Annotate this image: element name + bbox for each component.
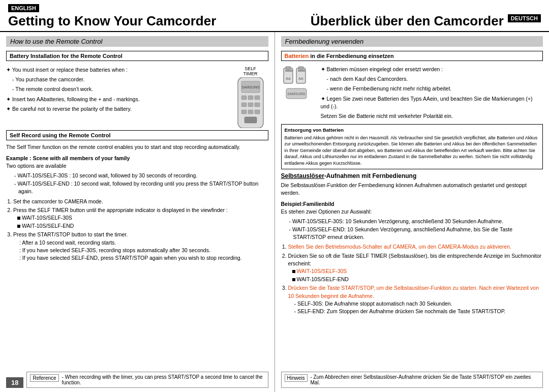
english-title: Getting to Know Your Camcorder xyxy=(8,13,267,29)
battery-bullet-3: - The remote control doesn't work. xyxy=(6,85,229,93)
de-option-2: - WAIT-10S/SELF-END: 10 Sekunden Verzöge… xyxy=(285,226,543,240)
german-title: Überblick über den Camcorder xyxy=(311,13,504,29)
beispiel-intro: Es stehen zwei Optionen zur Auswahl: xyxy=(281,208,543,216)
svg-text:SAMSUNG: SAMSUNG xyxy=(287,92,305,96)
step-3: Press the START/STOP button to start the… xyxy=(13,231,268,262)
step3-note-2: : If you have selected SELF-30S, recordi… xyxy=(13,247,268,254)
battery-suffix: in die Fernbedienung einsetzen xyxy=(309,53,393,59)
svg-text:AA: AA xyxy=(286,77,291,80)
de-step3-note-2: - SELF-END: Zum Stoppen der Aufnahme drü… xyxy=(288,308,543,315)
de-battery-area: AA AA SAMSUNG Batterien müssen eingelegt… xyxy=(281,66,543,122)
main-content: How to use the Remote Control Battery In… xyxy=(0,32,549,392)
page-number: 18 xyxy=(6,377,23,388)
selbst-header: Selbstauslöser-Aufnahmen mit Fernbedienu… xyxy=(281,172,543,179)
two-options: Two options are available xyxy=(6,162,268,170)
step3-note-3: : If you have selected SELF-END, press S… xyxy=(13,254,268,262)
selbst-rest: -Aufnahmen mit Fernbedienung xyxy=(324,172,416,179)
beispiel-title: Beispiel:Familienbild xyxy=(281,201,543,207)
self-record-intro: The Self Timer function on the remote co… xyxy=(6,143,268,151)
battery-remote-area: You must insert or replace these batteri… xyxy=(6,66,268,128)
self-record-header: Self Record using the Remote Control xyxy=(6,130,268,140)
battery-svg: AA AA SAMSUNG xyxy=(281,66,314,101)
de-step-3: Drücken Sie die Taste START/STOP, um die… xyxy=(288,284,543,315)
svg-rect-10 xyxy=(255,110,260,114)
hinweis-label: Hinweis xyxy=(285,374,308,382)
selbst-intro: Die Selbstauslöser-Funktion der Fernbedi… xyxy=(281,182,543,197)
page-header: ENGLISH Getting to Know Your Camcorder Ü… xyxy=(0,0,549,32)
de-bullet-1: Batterien müssen eingelegt oder ersetzt … xyxy=(321,66,543,73)
left-section-header: How to use the Remote Control xyxy=(6,36,268,47)
right-column: Fernbedienung verwenden Batterien in die… xyxy=(275,32,550,392)
battery-text: You must insert or replace these batteri… xyxy=(6,66,229,128)
hinweis-box: Hinweis - Zum Abbrechen einer Selbstausl… xyxy=(281,372,543,388)
batterien-text: Batterien xyxy=(285,53,309,59)
de-steps-list: Stellen Sie den Betriebsmodus-Schalter a… xyxy=(281,243,543,316)
step-2: Press the SELF TIMER button until the ap… xyxy=(13,206,268,230)
svg-rect-4 xyxy=(255,96,260,100)
de-option-1: - WAIT-10S/SELF-30S: 10 Sekunden Verzöge… xyxy=(285,218,543,225)
de-bullet-4: Legen Sie zwei neue Batterien des Typs A… xyxy=(321,95,543,110)
battery-header: Battery Installation for the Remote Cont… xyxy=(6,51,268,61)
de-bullet-5: Setzen Sie die Batterie nicht mit verkeh… xyxy=(321,112,543,120)
battery-bullet-2: - You purchase the camcorder. xyxy=(6,76,229,83)
battery-bullet-4: Insert two AAbatteries, following the + … xyxy=(6,96,229,103)
svg-rect-14 xyxy=(286,67,291,69)
de-bullet-3: - wenn die Fernbedienung nicht mehr rich… xyxy=(321,85,543,93)
step3-note-1: : After a 10 second wait, recording star… xyxy=(13,239,268,247)
de-sq-2-text: WAIT-10S/SELF-END xyxy=(297,276,349,283)
battery-bullet-1: You must insert or replace these batteri… xyxy=(6,66,229,74)
example-header: Example : Scene with all members of your… xyxy=(6,155,268,161)
option-1: - WAIT-10S/SELF-30S : 10 second wait, fo… xyxy=(10,172,268,179)
svg-rect-3 xyxy=(248,96,253,100)
right-section-header: Fernbedienung verwenden xyxy=(281,36,543,47)
step-1: Set the camcorder to CAMERA mode. xyxy=(13,198,268,205)
sq-item-1: WAIT-10S/SELF-30S xyxy=(17,214,268,222)
remote-label-timer: TIMER xyxy=(243,71,258,76)
english-badge: ENGLISH xyxy=(8,4,39,12)
sq-item-2: WAIT-10S/SELF-END xyxy=(17,222,268,230)
de-battery-images: AA AA SAMSUNG xyxy=(281,66,317,122)
battery-bullet-5: Be careful not to reverse the polarity o… xyxy=(6,105,229,113)
left-header: ENGLISH Getting to Know Your Camcorder xyxy=(8,3,267,29)
svg-text:AA: AA xyxy=(298,77,303,80)
remote-svg: SAMSUNG xyxy=(235,77,266,128)
svg-rect-18 xyxy=(298,67,303,69)
hinweis-text: - Zum Abbrechen einer Selbstauslöser-Auf… xyxy=(311,374,539,385)
svg-rect-15 xyxy=(285,70,292,72)
svg-rect-9 xyxy=(248,110,253,114)
option-2: - WAIT-10S/SELF-END : 10 second wait, fo… xyxy=(10,180,268,195)
selbst-underline: Selbstauslöser xyxy=(281,172,324,179)
de-step-1: Stellen Sie den Betriebsmodus-Schalter a… xyxy=(288,243,543,251)
de-step-3-text: Drücken Sie die Taste START/STOP, um die… xyxy=(288,285,539,298)
entsorgung-title: Entsorgung von Batterien xyxy=(285,127,540,133)
de-bullet-2: - nach dem Kauf des Camcorders. xyxy=(321,75,543,83)
de-step3-note-1: - SELF-30S: Die Aufnahme stoppt automati… xyxy=(288,300,543,308)
page-number-box: 18 xyxy=(6,377,23,388)
de-sq-item-1: WAIT-10S/SELF-30S xyxy=(292,267,543,275)
de-battery-text: Batterien müssen eingelegt oder ersetzt … xyxy=(321,66,543,122)
de-step-1-text: Stellen Sie den Betriebsmodus-Schalter a… xyxy=(288,244,511,250)
svg-rect-7 xyxy=(255,103,260,107)
de-battery-header: Batterien in die Fernbedienung einsetzen xyxy=(281,51,543,61)
svg-rect-11 xyxy=(245,117,257,123)
deutsch-badge: DEUTSCH xyxy=(508,14,541,22)
reference-text: - When recording with the timer, you can… xyxy=(62,374,265,385)
svg-rect-6 xyxy=(248,103,253,107)
right-header: Überblick über den Camcorder DEUTSCH xyxy=(267,13,541,29)
de-sq-item-2: WAIT-10S/SELF-END xyxy=(292,276,543,283)
svg-text:SAMSUNG: SAMSUNG xyxy=(241,85,259,89)
reference-box: Reference - When recording with the time… xyxy=(26,372,268,388)
de-step-2: Drücken Sie so oft die Taste SELF TIMER … xyxy=(288,252,543,284)
de-sq-1-text: WAIT-10S/SELF-30S xyxy=(297,267,347,275)
svg-rect-8 xyxy=(241,110,247,114)
left-column: How to use the Remote Control Battery In… xyxy=(0,32,275,392)
remote-control-image: SELF TIMER xyxy=(233,66,268,128)
steps-list: Set the camcorder to CAMERA mode. Press … xyxy=(6,198,268,263)
reference-label: Reference xyxy=(30,374,58,382)
svg-rect-2 xyxy=(241,96,247,100)
entsorgung-box: Entsorgung von Batterien Batterien und A… xyxy=(281,124,543,169)
svg-rect-5 xyxy=(241,103,247,107)
entsorgung-text: Batterien und Akkus gehören nicht in den… xyxy=(285,135,540,167)
remote-label-self: SELF xyxy=(245,66,256,71)
svg-rect-19 xyxy=(298,70,305,72)
